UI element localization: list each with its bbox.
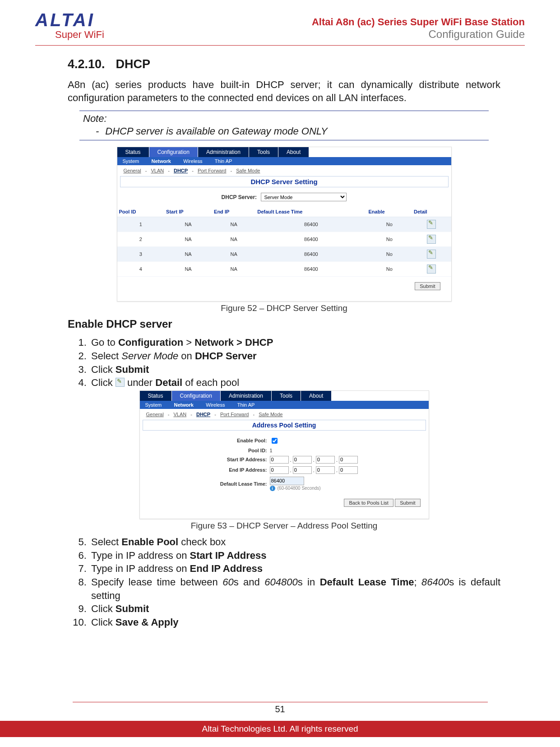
screenshot-address-pool: Status Configuration Administration Tool…	[139, 390, 429, 519]
list-item: Select Server Mode on DHCP Server	[89, 349, 500, 363]
subtab-wireless[interactable]: Wireless	[178, 157, 208, 165]
start-ip-octet[interactable]	[316, 456, 335, 464]
table-row: 2NANA86400No	[117, 232, 451, 247]
crumb-dhcp[interactable]: DHCP	[196, 412, 210, 417]
crumb-safemode[interactable]: Safe Mode	[259, 412, 282, 417]
figure-caption: Figure 52 – DHCP Server Setting	[68, 303, 500, 313]
steps-list-continued: Select Enable Pool check box Type in IP …	[79, 535, 500, 629]
note-item: DHCP server is available on Gateway mode…	[105, 125, 489, 137]
start-ip-octet[interactable]	[270, 456, 289, 464]
sub-tabs: System Network Wireless Thin AP	[117, 157, 451, 165]
poolid-value: 1	[270, 448, 387, 453]
section-heading: 4.2.10.DHCP	[68, 57, 500, 71]
dhcp-server-select[interactable]: Server Mode	[261, 193, 347, 201]
note-box: Note: DHCP server is available on Gatewa…	[79, 111, 489, 140]
end-ip-octet[interactable]	[270, 466, 289, 474]
edit-icon[interactable]	[427, 235, 436, 244]
tab-tools[interactable]: Tools	[249, 147, 278, 157]
tab-administration[interactable]: Administration	[198, 147, 249, 157]
back-button[interactable]: Back to Pools List	[344, 499, 393, 507]
list-item: Go to Configuration > Network > DHCP	[89, 336, 500, 349]
brand-name: ALTAI	[35, 11, 104, 29]
subtab-wireless[interactable]: Wireless	[200, 401, 230, 409]
table-row: 3NANA86400No	[117, 247, 451, 262]
main-tabs: Status Configuration Administration Tool…	[117, 147, 451, 157]
startip-label: Start IP Address:	[181, 457, 270, 462]
tab-status[interactable]: Status	[140, 391, 172, 401]
dhcp-server-label: DHCP Server:	[222, 194, 257, 200]
submit-button[interactable]: Submit	[415, 282, 440, 290]
tab-about[interactable]: About	[278, 147, 309, 157]
tab-status[interactable]: Status	[117, 147, 149, 157]
info-icon: i	[270, 486, 275, 491]
footer-bar: Altai Technologies Ltd. All rights reser…	[0, 721, 560, 737]
crumb-general[interactable]: General	[124, 168, 141, 173]
tab-configuration[interactable]: Configuration	[172, 391, 221, 401]
lease-hint: (60-604800 Seconds)	[278, 486, 321, 491]
list-item: Type in IP address on Start IP Address	[89, 549, 500, 562]
tab-about[interactable]: About	[301, 391, 332, 401]
panel-title: DHCP Server Setting	[120, 176, 449, 187]
edit-icon[interactable]	[427, 264, 436, 274]
end-ip-octet[interactable]	[293, 466, 312, 474]
endip-label: End IP Address:	[181, 467, 270, 473]
table-row: 4NANA86400No	[117, 262, 451, 277]
crumb-vlan[interactable]: VLAN	[151, 168, 164, 173]
brand-sub: Super WiFi	[55, 29, 104, 41]
figure-caption: Figure 53 – DHCP Server – Address Pool S…	[68, 521, 500, 531]
subtab-thinap[interactable]: Thin AP	[209, 157, 238, 165]
end-ip-octet[interactable]	[316, 466, 335, 474]
lease-label: Default Lease Time:	[181, 481, 270, 487]
col-startip: Start IP	[164, 207, 212, 217]
panel-title: Address Pool Setting	[143, 420, 426, 431]
breadcrumb-tabs: General - VLAN - DHCP - Port Forward - S…	[117, 165, 451, 176]
list-item: Type in IP address on End IP Address	[89, 562, 500, 575]
edit-icon[interactable]	[427, 220, 436, 229]
poolid-label: Pool ID:	[181, 448, 270, 453]
crumb-general[interactable]: General	[146, 412, 164, 417]
subtab-system[interactable]: System	[117, 157, 145, 165]
crumb-portforward[interactable]: Port Forward	[198, 168, 227, 173]
page-header: ALTAI Super WiFi Altai A8n (ac) Series S…	[35, 8, 525, 46]
table-row: 1NANA86400No	[117, 217, 451, 232]
enable-pool-checkbox[interactable]	[272, 438, 278, 444]
crumb-portforward[interactable]: Port Forward	[220, 412, 249, 417]
doc-title-line2: Configuration Guide	[312, 28, 525, 41]
doc-title-line1: Altai A8n (ac) Series Super WiFi Base St…	[312, 16, 525, 28]
tab-configuration[interactable]: Configuration	[149, 147, 198, 157]
subtab-network[interactable]: Network	[146, 157, 176, 165]
lease-time-input[interactable]	[270, 477, 304, 485]
col-endip: End IP	[212, 207, 255, 217]
list-item: Click Submit	[89, 602, 500, 616]
start-ip-octet[interactable]	[293, 456, 312, 464]
list-item: Select Enable Pool check box	[89, 535, 500, 549]
crumb-safemode[interactable]: Safe Mode	[236, 168, 260, 173]
page-number: 51	[0, 702, 560, 715]
list-item: Click Save & Apply	[89, 616, 500, 629]
section-number: 4.2.10.	[68, 57, 105, 71]
subtab-system[interactable]: System	[140, 401, 167, 409]
steps-list: Go to Configuration > Network > DHCP Sel…	[79, 336, 500, 390]
screenshot-dhcp-server: Status Configuration Administration Tool…	[117, 147, 452, 302]
submit-button[interactable]: Submit	[395, 499, 420, 507]
edit-icon	[116, 378, 125, 387]
list-item: Specify lease time between 60s and 60480…	[89, 575, 500, 602]
dhcp-pool-table: Pool ID Start IP End IP Default Lease Ti…	[117, 207, 451, 277]
end-ip-octet[interactable]	[339, 466, 358, 474]
crumb-vlan[interactable]: VLAN	[173, 412, 186, 417]
crumb-dhcp[interactable]: DHCP	[174, 168, 188, 173]
list-item: Click under Detail of each pool	[89, 376, 500, 390]
edit-icon[interactable]	[427, 250, 436, 259]
col-lease: Default Lease Time	[255, 207, 366, 217]
brand-logo: ALTAI Super WiFi	[35, 11, 104, 41]
tab-administration[interactable]: Administration	[221, 391, 272, 401]
note-title: Note:	[83, 113, 489, 125]
subtab-network[interactable]: Network	[169, 401, 199, 409]
section-title: DHCP	[116, 57, 151, 71]
tab-tools[interactable]: Tools	[272, 391, 301, 401]
subsection-heading: Enable DHCP server	[68, 318, 500, 330]
list-item: Click Submit	[89, 363, 500, 376]
col-poolid: Pool ID	[117, 207, 165, 217]
start-ip-octet[interactable]	[339, 456, 358, 464]
subtab-thinap[interactable]: Thin AP	[232, 401, 260, 409]
